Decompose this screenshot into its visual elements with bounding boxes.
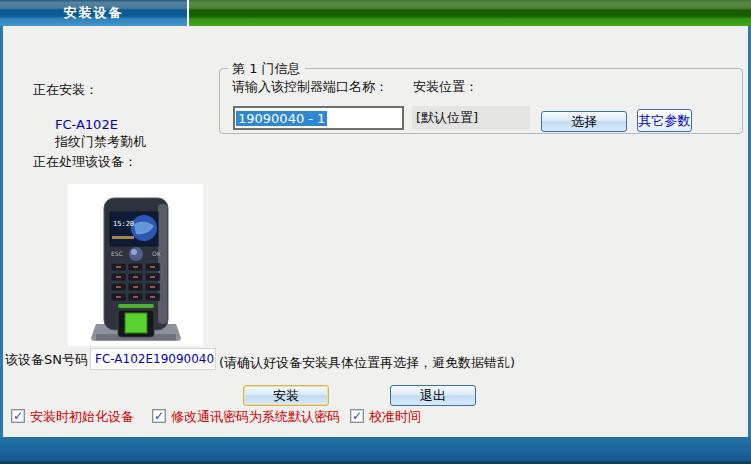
- sn-label: 该设备SN号码：: [5, 351, 101, 369]
- port-name-label: 请输入该控制器端口名称：: [232, 78, 388, 96]
- port-name-input[interactable]: 19090040 - 1: [233, 106, 404, 130]
- location-label: 安装位置：: [413, 78, 478, 96]
- other-params-button[interactable]: 其它参数: [637, 109, 692, 132]
- processing-label: 正在处理该设备：: [33, 153, 137, 171]
- sn-input[interactable]: FC-A102E19090040: [90, 348, 216, 370]
- device-key-ok: OK: [152, 250, 162, 257]
- tab-label: 安装设备: [64, 5, 124, 20]
- header-green-bar: [189, 0, 751, 26]
- checkbox-init-device[interactable]: [11, 409, 25, 423]
- door-info-groupbox: 第 1 门信息 请输入该控制器端口名称： 安装位置： 19090040 - 1 …: [219, 68, 743, 134]
- check-icon: [153, 410, 165, 422]
- device-model-text: FC-A102E: [55, 117, 118, 132]
- install-device-window: 安装设备 正在安装： FC-A102E 指纹门禁考勤机 正在处理该设备： 1: [0, 0, 751, 464]
- choose-location-button[interactable]: 选择: [541, 111, 627, 132]
- exit-button[interactable]: 退出: [390, 385, 476, 406]
- checkbox-reset-password-label: 修改通讯密码为系统默认密码: [171, 408, 340, 426]
- location-value-box: [默认位置]: [412, 106, 530, 130]
- check-icon: [351, 410, 363, 422]
- sn-value-text: FC-A102E19090040: [95, 352, 214, 366]
- device-key-esc: ESC: [111, 250, 123, 257]
- header: 安装设备: [0, 0, 751, 26]
- device-type-text: 指纹门禁考勤机: [55, 133, 146, 151]
- footer-bar: [0, 437, 751, 464]
- checkbox-init-device-label: 安装时初始化设备: [30, 408, 134, 426]
- content-area: 正在安装： FC-A102E 指纹门禁考勤机 正在处理该设备： 15:20: [0, 26, 751, 437]
- port-name-selected-text: 19090040 - 1: [236, 111, 327, 126]
- sn-note: (请确认好设备安装具体位置再选择，避免数据错乱): [219, 354, 515, 372]
- install-button[interactable]: 安装: [243, 385, 329, 406]
- fingerprint-device-image: 15:20 ESC OK: [68, 184, 203, 346]
- tab-install-device[interactable]: 安装设备: [0, 0, 187, 26]
- door-info-title: 第 1 门信息: [228, 60, 305, 78]
- installing-label: 正在安装：: [33, 81, 98, 99]
- check-icon: [12, 410, 24, 422]
- device-screen-time: 15:20: [113, 220, 134, 228]
- checkbox-reset-password[interactable]: [152, 409, 166, 423]
- location-value-text: [默认位置]: [416, 110, 478, 125]
- checkbox-calibrate-time-label: 校准时间: [369, 408, 421, 426]
- checkbox-calibrate-time[interactable]: [350, 409, 364, 423]
- device-photo: 15:20 ESC OK: [68, 184, 203, 346]
